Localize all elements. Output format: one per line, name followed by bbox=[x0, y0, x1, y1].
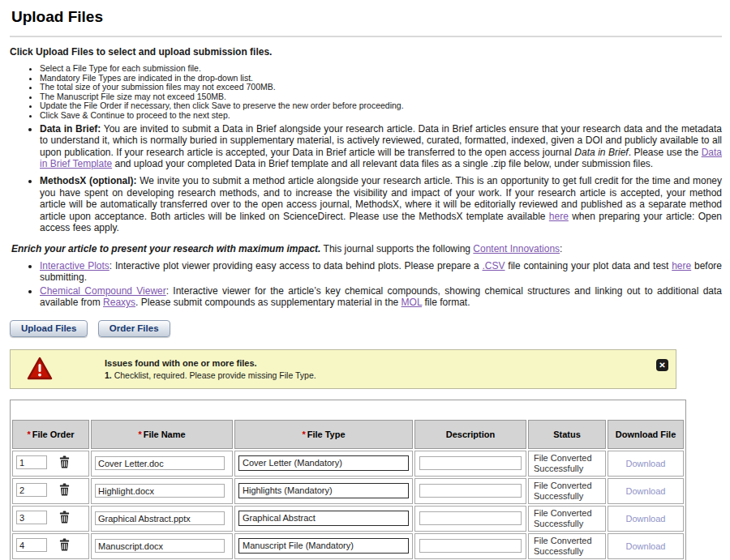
file-order-cell bbox=[12, 506, 89, 532]
alert-item-number: 1. bbox=[105, 370, 112, 380]
description-input[interactable] bbox=[419, 539, 522, 553]
file-order-input[interactable] bbox=[16, 538, 47, 552]
required-asterisk: * bbox=[27, 430, 30, 439]
interactive-plots-text: : Interactive plot viewer providing easy… bbox=[110, 260, 483, 271]
chemical-compound-viewer-link[interactable]: Chemical Compound Viewer bbox=[40, 285, 166, 297]
file-type-cell: Graphical Abstract bbox=[234, 506, 413, 532]
content-innovations-link[interactable]: Content Innovations bbox=[473, 243, 560, 254]
alert-item: 1. Checklist, required. Please provide m… bbox=[105, 370, 316, 380]
table-row: Graphical Abstract File Converted Succes… bbox=[12, 506, 684, 532]
upload-files-page: Upload Files Click Upload Files to selec… bbox=[0, 0, 730, 560]
file-name-input[interactable] bbox=[95, 511, 225, 525]
toolbar: Upload Files Order Files bbox=[10, 320, 722, 337]
trash-icon bbox=[58, 538, 71, 551]
interactive-plots-text: file containing your plot data and test bbox=[505, 260, 672, 271]
mol-link[interactable]: MOL bbox=[402, 297, 423, 308]
file-type-select[interactable]: Manuscript File (Mandatory) bbox=[238, 538, 409, 554]
status-text: File Converted Successfully bbox=[528, 478, 606, 504]
download-cell: Download bbox=[608, 478, 684, 504]
interactive-plots-item: Interactive Plots: Interactive plot view… bbox=[40, 260, 722, 284]
delete-button[interactable] bbox=[58, 455, 71, 471]
journal-options-list: Data in Brief: You are invited to submit… bbox=[10, 121, 722, 234]
methodsx-label: MethodsX (optional): bbox=[40, 175, 137, 186]
files-table: *File Order *File Name *File Type Descri… bbox=[10, 400, 686, 560]
data-in-brief-text: . Please use the bbox=[629, 147, 702, 158]
chemical-compound-item: Chemical Compound Viewer: Interactive vi… bbox=[40, 285, 722, 309]
description-cell bbox=[414, 533, 526, 559]
instruction-item: Click Save & Continue to proceed to the … bbox=[40, 111, 722, 121]
file-order-input[interactable] bbox=[16, 455, 47, 469]
page-title: Upload Files bbox=[11, 8, 722, 26]
trash-icon bbox=[58, 511, 71, 524]
file-order-cell bbox=[12, 533, 89, 559]
file-name-cell bbox=[91, 451, 233, 477]
column-header-file-order: *File Order bbox=[12, 420, 89, 449]
interactive-plots-link[interactable]: Interactive Plots bbox=[40, 260, 110, 271]
required-asterisk: * bbox=[302, 430, 305, 439]
file-type-cell: Cover Letter (Mandatory) bbox=[234, 451, 413, 477]
description-cell bbox=[414, 478, 526, 504]
description-cell bbox=[414, 451, 526, 477]
download-link[interactable]: Download bbox=[626, 541, 666, 551]
reaxys-link[interactable]: Reaxys bbox=[103, 297, 135, 308]
trash-icon bbox=[58, 483, 71, 496]
enrich-text: This journal supports the following bbox=[320, 243, 473, 254]
delete-button[interactable] bbox=[58, 483, 71, 498]
alert-box: Issues found with one or more files. 1. … bbox=[10, 349, 676, 389]
file-type-select[interactable]: Graphical Abstract bbox=[238, 511, 409, 526]
content-innovations-list: Interactive Plots: Interactive plot view… bbox=[10, 259, 722, 309]
file-type-cell: Highlights (Mandatory) bbox=[234, 478, 413, 504]
data-in-brief-label: Data in Brief: bbox=[40, 123, 101, 135]
intro-heading: Click Upload Files to select and upload … bbox=[10, 46, 722, 58]
file-type-select[interactable]: Cover Letter (Mandatory) bbox=[238, 455, 409, 471]
column-header-description: Description bbox=[414, 420, 526, 449]
csv-link[interactable]: .CSV bbox=[483, 260, 505, 271]
chemical-compound-text: file format. bbox=[422, 297, 470, 308]
description-input[interactable] bbox=[419, 511, 522, 525]
title-divider bbox=[10, 36, 722, 37]
column-header-file-type: *File Type bbox=[234, 420, 413, 449]
table-row: Highlights (Mandatory) File Converted Su… bbox=[12, 478, 684, 504]
delete-button[interactable] bbox=[58, 538, 71, 554]
methodsx-item: MethodsX (optional): We invite you to su… bbox=[40, 175, 722, 234]
close-icon[interactable]: ✕ bbox=[656, 359, 668, 371]
methodsx-template-link[interactable]: here bbox=[549, 211, 569, 222]
description-input[interactable] bbox=[419, 456, 522, 470]
description-input[interactable] bbox=[419, 484, 522, 498]
download-link[interactable]: Download bbox=[626, 514, 666, 524]
status-text: File Converted Successfully bbox=[528, 533, 606, 559]
download-cell: Download bbox=[608, 506, 684, 532]
file-type-select[interactable]: Highlights (Mandatory) bbox=[238, 483, 409, 498]
column-header-status: Status bbox=[528, 420, 606, 449]
file-order-cell bbox=[12, 451, 89, 477]
order-files-button[interactable]: Order Files bbox=[98, 320, 170, 337]
table-spacer-row bbox=[12, 402, 684, 418]
enrich-lead: Enrich your article to present your rese… bbox=[11, 243, 320, 254]
file-order-input[interactable] bbox=[16, 483, 47, 497]
upload-files-button[interactable]: Upload Files bbox=[10, 320, 88, 337]
file-name-input[interactable] bbox=[95, 539, 225, 553]
file-name-input[interactable] bbox=[95, 484, 225, 498]
column-header-file-name: *File Name bbox=[91, 420, 233, 449]
alert-item-text: Checklist, required. Please provide miss… bbox=[114, 370, 316, 380]
file-order-input[interactable] bbox=[16, 511, 47, 524]
instructions-list: Select a File Type for each submission f… bbox=[10, 61, 722, 121]
download-link[interactable]: Download bbox=[626, 459, 666, 468]
enrich-line: Enrich your article to present your rese… bbox=[11, 243, 722, 254]
file-name-cell bbox=[91, 533, 233, 559]
file-order-cell bbox=[12, 478, 89, 504]
file-name-cell bbox=[91, 506, 233, 532]
trash-icon bbox=[58, 455, 71, 468]
plots-test-here-link[interactable]: here bbox=[672, 260, 691, 271]
status-text: File Converted Successfully bbox=[528, 451, 606, 477]
journal-name-italic: Data in Brief bbox=[574, 147, 628, 158]
alert-text: Issues found with one or more files. 1. … bbox=[105, 358, 316, 380]
enrich-text: : bbox=[560, 243, 562, 254]
download-link[interactable]: Download bbox=[626, 486, 666, 496]
file-name-input[interactable] bbox=[95, 456, 225, 470]
table-header-row: *File Order *File Name *File Type Descri… bbox=[12, 420, 684, 449]
data-in-brief-text: and upload your completed Data in Brief … bbox=[112, 158, 653, 169]
warning-icon bbox=[27, 357, 53, 381]
alert-title: Issues found with one or more files. bbox=[105, 358, 316, 368]
delete-button[interactable] bbox=[58, 511, 71, 526]
